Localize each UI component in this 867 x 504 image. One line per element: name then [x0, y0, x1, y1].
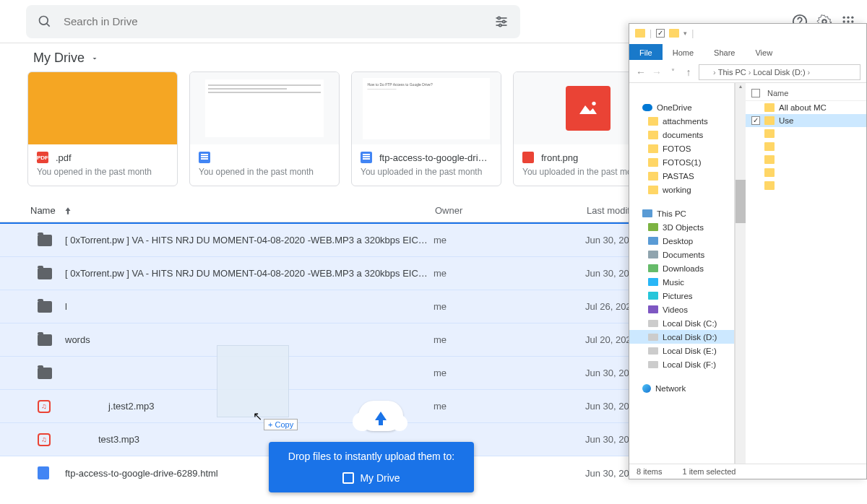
tree-item[interactable]: attachments: [629, 114, 734, 128]
suggested-card[interactable]: You opened in the past month: [189, 71, 340, 186]
svg-point-0: [40, 16, 48, 25]
select-all-checkbox[interactable]: [751, 89, 760, 97]
folder-icon: [38, 334, 52, 346]
drive-icon: [648, 334, 658, 341]
pdf-icon: PDF: [37, 152, 48, 163]
col-owner-header[interactable]: Owner: [435, 205, 587, 216]
tree-item[interactable]: PASTAS: [629, 169, 734, 183]
tree-item[interactable]: Local Disk (D:): [629, 330, 734, 344]
3d-icon: [648, 223, 658, 231]
explorer-tree: OneDrive attachments documents FOTOS FOT…: [629, 83, 735, 464]
tree-item[interactable]: Local Disk (C:): [629, 316, 734, 330]
card-subtitle: You opened in the past month: [190, 167, 339, 186]
svg-point-15: [847, 20, 849, 22]
tree-item[interactable]: working: [629, 183, 734, 196]
svg-marker-20: [579, 105, 597, 114]
tree-item[interactable]: Pictures: [629, 289, 734, 303]
drag-ghost: [217, 345, 289, 417]
folder-icon: [648, 158, 658, 167]
folder-icon: [38, 368, 52, 379]
copy-badge: + Copy: [264, 419, 298, 430]
card-title: front.png: [541, 152, 578, 163]
checkbox-icon[interactable]: [656, 29, 665, 38]
list-item[interactable]: [746, 153, 866, 166]
svg-point-13: [851, 16, 853, 18]
search-icon: [38, 14, 52, 29]
audio-icon: ♫: [38, 400, 51, 413]
folder-icon: [38, 301, 52, 313]
onedrive-icon: [642, 104, 652, 111]
suggested-card[interactable]: PDF.pdf You opened in the past month: [27, 71, 178, 186]
up-button[interactable]: ↑: [683, 66, 694, 78]
tree-item[interactable]: Downloads: [629, 261, 734, 275]
tree-item[interactable]: FOTOS(1): [629, 155, 734, 169]
folder-icon: [635, 29, 645, 38]
tree-item[interactable]: FOTOS: [629, 142, 734, 155]
list-item[interactable]: [746, 127, 866, 140]
tree-item[interactable]: Videos: [629, 303, 734, 316]
tab-share[interactable]: Share: [704, 44, 745, 60]
card-subtitle: You uploaded in the past month: [352, 167, 501, 186]
checkbox[interactable]: [751, 116, 760, 125]
tune-icon[interactable]: [494, 14, 509, 29]
recent-button[interactable]: ˅: [667, 68, 678, 76]
tab-home[interactable]: Home: [663, 44, 704, 60]
suggested-card[interactable]: How to Do FTP Access to Google Drive?———…: [351, 71, 501, 186]
col-name-header[interactable]: Name: [30, 205, 435, 216]
explorer-statusbar: 8 items 1 item selected: [629, 464, 866, 479]
pc-icon: [642, 209, 652, 217]
videos-icon: [648, 305, 658, 313]
status-count: 8 items: [637, 467, 662, 476]
list-item[interactable]: Use: [746, 114, 866, 127]
list-item[interactable]: All about MC: [746, 101, 866, 114]
breadcrumb[interactable]: My Drive: [33, 51, 99, 66]
folder-icon: [648, 131, 658, 139]
music-icon: [648, 278, 658, 286]
card-title: .pdf: [56, 152, 72, 163]
documents-icon: [648, 251, 658, 258]
drive-icon: [648, 347, 658, 355]
folder-icon: [764, 181, 775, 190]
desktop-icon: [648, 237, 658, 245]
search-input[interactable]: [64, 15, 494, 27]
card-preview: [190, 72, 339, 144]
explorer-list: Name All about MC Use: [746, 83, 866, 464]
list-item[interactable]: [746, 179, 866, 192]
folder-icon: [648, 144, 658, 153]
upload-target: My Drive: [360, 472, 400, 484]
list-header[interactable]: Name: [746, 86, 866, 101]
addr-drive[interactable]: Local Disk (D:): [753, 68, 805, 77]
svg-point-16: [851, 20, 853, 22]
tree-network[interactable]: Network: [629, 381, 734, 395]
tree-item[interactable]: Local Disk (E:): [629, 344, 734, 357]
network-icon: [642, 384, 651, 393]
list-item[interactable]: [746, 140, 866, 153]
tab-file[interactable]: File: [629, 44, 663, 60]
tree-item[interactable]: Local Disk (F:): [629, 357, 734, 371]
folder-icon: [38, 268, 52, 279]
status-selected: 1 item selected: [682, 467, 736, 476]
breadcrumb-label: My Drive: [33, 51, 85, 66]
gdoc-icon: [361, 152, 372, 163]
forward-button[interactable]: →: [651, 66, 663, 78]
card-subtitle: You opened in the past month: [28, 167, 177, 186]
explorer-titlebar[interactable]: | ▾ |: [629, 24, 866, 43]
svg-point-7: [499, 24, 501, 26]
tree-item[interactable]: 3D Objects: [629, 220, 734, 234]
tree-item[interactable]: Music: [629, 275, 734, 289]
back-button[interactable]: ←: [635, 66, 647, 78]
explorer-address-bar: ← → ˅ ↑ › This PC › Local Disk (D:) ›: [629, 61, 866, 83]
svg-point-5: [498, 17, 500, 19]
tree-onedrive[interactable]: OneDrive: [629, 100, 734, 114]
search-bar[interactable]: [26, 5, 520, 38]
tree-thispc[interactable]: This PC: [629, 207, 734, 220]
addr-thispc[interactable]: This PC: [718, 68, 746, 77]
tab-view[interactable]: View: [745, 44, 782, 60]
tree-scrollbar[interactable]: ▴: [735, 83, 746, 464]
upload-banner: Drop files to instantly upload them to: …: [269, 442, 474, 492]
tree-item[interactable]: documents: [629, 128, 734, 142]
tree-item[interactable]: Documents: [629, 248, 734, 261]
svg-point-11: [843, 16, 845, 18]
tree-item[interactable]: Desktop: [629, 234, 734, 248]
list-item[interactable]: [746, 166, 866, 179]
